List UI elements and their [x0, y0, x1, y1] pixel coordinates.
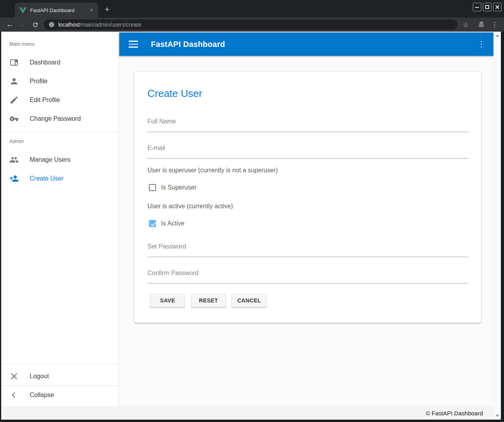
- cancel-button[interactable]: CANCEL: [231, 294, 267, 307]
- pencil-icon: [9, 95, 19, 105]
- full-name-underline: [147, 132, 468, 132]
- superuser-hint: User is superuser (currently is not a su…: [147, 167, 278, 174]
- maximize-button[interactable]: [483, 3, 491, 11]
- browser-menu-kebab-icon[interactable]: ⋮: [489, 19, 500, 30]
- create-user-card: Create User User is superuser (currently…: [135, 72, 481, 323]
- set-password-underline: [147, 257, 468, 257]
- person-add-icon: [9, 174, 19, 183]
- confirm-password-field[interactable]: [147, 268, 468, 279]
- sidebar-divider: [1, 132, 118, 132]
- hamburger-menu-icon[interactable]: [129, 40, 138, 48]
- url-text: localhost/main/admin/users/create: [58, 21, 141, 28]
- confirm-password-underline: [147, 283, 468, 284]
- full-name-field[interactable]: [147, 116, 468, 127]
- sidebar-item-logout[interactable]: Logout: [1, 367, 118, 386]
- page-title: Create User: [147, 88, 202, 100]
- person-icon: [9, 77, 19, 86]
- scroll-down-icon[interactable]: [495, 415, 499, 417]
- dashboard-icon: [9, 58, 19, 67]
- scroll-up-icon[interactable]: [495, 34, 499, 37]
- reload-icon: [32, 21, 39, 28]
- forward-button[interactable]: →: [17, 19, 28, 30]
- sidebar-item-profile[interactable]: Profile: [1, 72, 118, 91]
- email-field[interactable]: [147, 143, 468, 154]
- tab-title: FastAPI Dashboard: [30, 7, 88, 13]
- active-hint: User is active (currently active): [147, 203, 233, 210]
- vue-logo-icon: [20, 7, 26, 13]
- browser-toolbar: ← → localhost/main/admin/users/create ☆ …: [0, 18, 504, 32]
- app-viewport: Main menu Dashboard Profile: [1, 32, 501, 420]
- app-footer: © FastAPI Dashboard: [1, 406, 493, 420]
- sidebar-item-edit-profile[interactable]: Edit Profile: [1, 91, 118, 109]
- sidebar-divider: [1, 364, 118, 364]
- tab-close-icon[interactable]: ×: [88, 7, 95, 14]
- reload-button[interactable]: [30, 19, 41, 30]
- window-controls: [473, 3, 502, 11]
- sidebar-item-create-user[interactable]: Create User: [1, 169, 118, 188]
- minimize-button[interactable]: [473, 3, 481, 11]
- sidebar-item-manage-users[interactable]: Manage Users: [1, 150, 118, 169]
- close-icon: [9, 372, 19, 381]
- site-info-icon[interactable]: [48, 21, 55, 28]
- window-close-button[interactable]: [493, 3, 502, 11]
- incognito-icon[interactable]: [476, 19, 487, 30]
- sidebar-item-dashboard[interactable]: Dashboard: [1, 53, 118, 72]
- checkbox-unchecked-icon: [149, 184, 156, 191]
- reset-button[interactable]: RESET: [191, 294, 226, 307]
- page-scrollbar[interactable]: [493, 32, 501, 420]
- copyright-text: © FastAPI Dashboard: [426, 410, 483, 417]
- sidebar-item-collapse[interactable]: Collapse: [1, 386, 118, 404]
- set-password-field[interactable]: [147, 241, 468, 252]
- sidebar: Main menu Dashboard Profile: [1, 32, 119, 406]
- bookmark-star-icon[interactable]: ☆: [460, 19, 471, 30]
- is-superuser-checkbox[interactable]: Is Superuser: [149, 184, 197, 191]
- people-icon: [9, 155, 19, 165]
- sidebar-item-change-password[interactable]: Change Password: [1, 109, 118, 128]
- is-active-checkbox[interactable]: Is Active: [149, 220, 185, 227]
- url-host: localhost: [58, 21, 80, 28]
- sidebar-section-main-menu: Main menu: [9, 41, 34, 47]
- browser-tab[interactable]: FastAPI Dashboard ×: [15, 3, 98, 18]
- app-title: FastAPI Dashboard: [151, 40, 225, 49]
- checkbox-checked-icon: [149, 220, 156, 227]
- url-bar[interactable]: localhost/main/admin/users/create: [44, 20, 457, 30]
- email-underline: [147, 158, 468, 159]
- app-toolbar: FastAPI Dashboard ⋮: [119, 32, 493, 56]
- chevron-left-icon: [9, 390, 19, 400]
- url-path: /main/admin/users/create: [80, 21, 141, 28]
- sidebar-section-admin: Admin: [9, 138, 24, 144]
- key-icon: [9, 114, 19, 123]
- app-menu-kebab-icon[interactable]: ⋮: [476, 39, 486, 49]
- new-tab-button[interactable]: +: [102, 4, 113, 15]
- main-content: FastAPI Dashboard ⋮ Create User User is …: [119, 32, 493, 406]
- save-button[interactable]: SAVE: [150, 294, 185, 307]
- back-button[interactable]: ←: [4, 19, 15, 30]
- browser-titlebar: FastAPI Dashboard × +: [0, 0, 504, 18]
